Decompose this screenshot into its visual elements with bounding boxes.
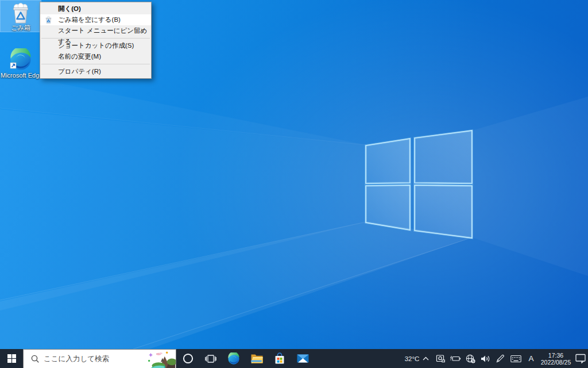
recycle-bin-small-icon [45,16,52,24]
cortana-icon [183,353,194,364]
display-device-icon [436,354,445,363]
desktop-icon-microsoft-edge[interactable]: Microsoft Edge [1,46,41,78]
search-input[interactable] [44,355,146,363]
taskbar-empty-area [314,349,403,368]
battery-charging-icon [450,355,461,362]
recycle-bin-context-menu: 開く(O) ごみ箱を空にする(B) スタート メニューにピン留めする ショートカ… [40,2,152,79]
speaker-icon [481,355,490,363]
menu-item-open[interactable]: 開く(O) [40,3,151,14]
taskbar-task-view-button[interactable] [199,349,222,368]
ime-mode-indicator[interactable]: A [524,349,539,368]
temperature-label: 32°C [405,355,420,362]
taskbar-cortana-button[interactable] [176,349,199,368]
tray-windows-ink-button[interactable] [493,349,508,368]
ime-mode-label: A [528,354,533,363]
news-and-interests-button[interactable]: 32°C [403,349,418,368]
edge-icon [9,48,32,71]
file-explorer-icon [251,354,263,363]
action-center-button[interactable] [573,349,588,368]
menu-separator [41,64,150,64]
desktop-icon-label: Microsoft Edge [1,72,41,79]
system-tray: 32°C [403,349,588,368]
edge-icon [227,352,240,365]
menu-item-rename[interactable]: 名前の変更(M) [40,51,151,62]
taskbar-mail-button[interactable] [291,349,314,368]
task-view-icon [205,354,216,364]
start-button[interactable] [0,349,23,368]
keyboard-icon [510,355,521,363]
search-icon [31,355,39,363]
desktop-icon-label: ごみ箱 [1,24,41,31]
globe-no-internet-icon [466,354,475,363]
taskbar-store-button[interactable] [268,349,291,368]
windows-desktop: ごみ箱 Microsoft Edge 開く(O) [0,0,588,368]
chevron-up-icon [422,355,430,362]
tray-battery-button[interactable] [448,349,463,368]
menu-item-create-shortcut[interactable]: ショートカットの作成(S) [40,40,151,51]
taskbar-clock[interactable]: 17:36 2022/08/25 [539,349,573,368]
action-center-icon [575,354,586,363]
menu-item-pin-to-start[interactable]: スタート メニューにピン留めする [40,25,151,36]
recycle-bin-icon [10,3,31,24]
pen-icon [496,354,505,363]
tray-device-button[interactable] [433,349,448,368]
search-highlights-art[interactable] [146,350,176,368]
menu-item-properties[interactable]: プロパティ(R) [40,66,151,77]
taskbar-edge-button[interactable] [222,349,245,368]
show-hidden-icons-button[interactable] [418,349,433,368]
tray-volume-button[interactable] [478,349,493,368]
tray-touch-keyboard-button[interactable] [508,349,524,368]
mail-icon [297,354,309,363]
windows-logo-icon [7,354,16,363]
taskbar-search-box[interactable] [23,349,176,368]
taskbar-file-explorer-button[interactable] [245,349,268,368]
menu-item-empty-recycle-bin[interactable]: ごみ箱を空にする(B) [40,14,151,25]
taskbar: 32°C [0,349,588,368]
clock-date: 2022/08/25 [541,359,571,366]
microsoft-store-icon [274,352,285,365]
tray-network-button[interactable] [463,349,478,368]
clock-time: 17:36 [548,352,563,359]
desktop-icon-recycle-bin[interactable]: ごみ箱 [1,1,41,32]
